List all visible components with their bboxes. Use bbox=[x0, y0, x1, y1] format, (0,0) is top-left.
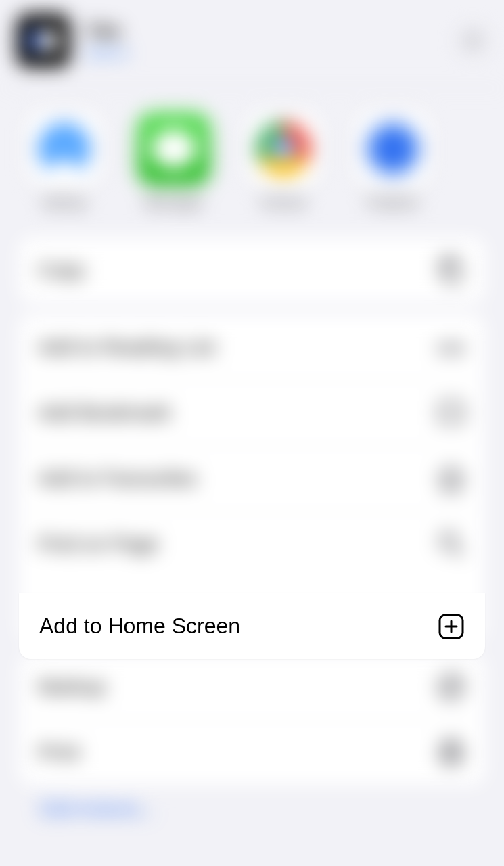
action-label: Add to Favourites bbox=[38, 467, 197, 490]
svg-rect-8 bbox=[444, 755, 457, 763]
share-target-chrome[interactable]: Chrome bbox=[239, 112, 327, 210]
source-app-icon bbox=[16, 14, 70, 68]
glasses-icon bbox=[436, 332, 466, 362]
svg-rect-0 bbox=[442, 258, 457, 277]
source-title: Title bbox=[85, 21, 443, 42]
action-label: Copy bbox=[38, 258, 85, 281]
share-targets-row: AirDrop Messages Chrome Freeform bbox=[0, 102, 504, 237]
action-add-bookmark[interactable]: Add Bookmark bbox=[19, 380, 485, 445]
svg-point-2 bbox=[438, 344, 449, 354]
action-group-copy: Copy bbox=[19, 237, 485, 302]
copy-icon bbox=[436, 255, 466, 285]
action-add-reading-list[interactable]: Add to Reading List bbox=[19, 315, 485, 380]
svg-rect-1 bbox=[446, 263, 461, 282]
action-add-favourites[interactable]: Add to Favourites bbox=[19, 445, 485, 511]
messages-icon bbox=[137, 112, 211, 186]
freeform-icon bbox=[356, 112, 430, 186]
action-label: Markup bbox=[38, 675, 106, 698]
markup-icon bbox=[436, 672, 466, 702]
close-button[interactable] bbox=[458, 26, 488, 55]
action-markup[interactable]: Markup bbox=[19, 654, 485, 719]
share-sheet-header: Title options bbox=[0, 0, 504, 88]
plus-square-icon bbox=[438, 613, 465, 640]
star-icon bbox=[436, 463, 466, 493]
action-label: Print bbox=[38, 741, 80, 764]
action-group-secondary: Markup Print bbox=[19, 654, 485, 785]
action-add-to-home-screen[interactable]: Add to Home Screen bbox=[19, 593, 485, 659]
share-target-messages[interactable]: Messages bbox=[130, 112, 218, 210]
close-icon bbox=[466, 34, 480, 47]
action-label: Find on Page bbox=[38, 532, 158, 555]
action-print[interactable]: Print bbox=[19, 719, 485, 785]
svg-point-4 bbox=[440, 533, 457, 550]
share-target-airdrop[interactable]: AirDrop bbox=[20, 112, 108, 210]
share-target-freeform[interactable]: Freeform bbox=[349, 112, 437, 210]
chrome-icon bbox=[246, 112, 321, 186]
svg-point-3 bbox=[453, 344, 463, 354]
action-find-on-page[interactable]: Find on Page bbox=[19, 511, 485, 576]
action-copy[interactable]: Copy bbox=[19, 237, 485, 302]
printer-icon bbox=[436, 737, 466, 767]
action-label: Add to Reading List bbox=[38, 336, 215, 359]
airdrop-icon bbox=[27, 112, 101, 186]
action-label: Add to Home Screen bbox=[39, 614, 240, 639]
svg-rect-7 bbox=[444, 742, 457, 748]
source-subtitle: options bbox=[85, 45, 443, 60]
share-target-label: Chrome bbox=[260, 196, 306, 210]
svg-point-5 bbox=[439, 675, 463, 699]
action-label: Add Bookmark bbox=[38, 401, 171, 424]
edit-actions-link[interactable]: Edit Actions... bbox=[41, 798, 504, 820]
share-target-label: Messages bbox=[145, 196, 204, 210]
share-target-label: Freeform bbox=[367, 196, 419, 210]
share-target-label: AirDrop bbox=[43, 196, 86, 210]
svg-rect-6 bbox=[441, 748, 461, 759]
search-icon bbox=[436, 529, 466, 559]
book-icon bbox=[436, 398, 466, 428]
